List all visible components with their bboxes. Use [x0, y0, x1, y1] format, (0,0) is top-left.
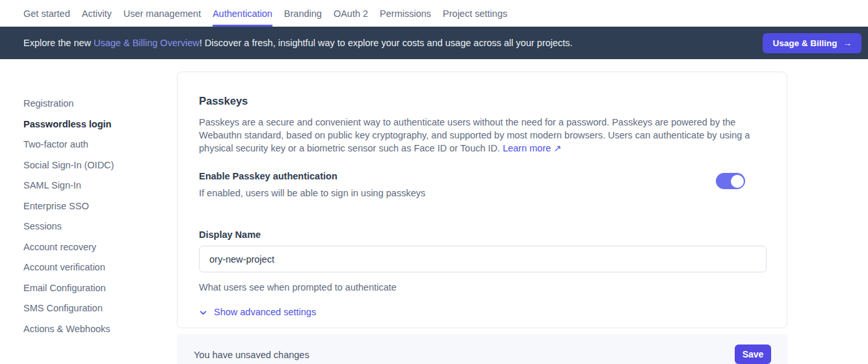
- show-advanced-settings[interactable]: Show advanced settings: [199, 307, 316, 317]
- sidebar-item-sessions[interactable]: Sessions: [23, 222, 160, 231]
- passkey-toggle[interactable]: [716, 173, 745, 189]
- sidebar-item-account-verification[interactable]: Account verification: [23, 263, 160, 272]
- passkeys-title: Passkeys: [199, 95, 765, 107]
- banner-text-after: ! Discover a fresh, insightful way to ex…: [200, 38, 573, 48]
- tab-authentication[interactable]: Authentication: [213, 0, 272, 27]
- enable-passkey-row: Enable Passkey authentication If enabled…: [199, 171, 765, 198]
- enable-passkey-text: Enable Passkey authentication If enabled…: [199, 171, 425, 198]
- sidebar-item-registration[interactable]: Registration: [23, 99, 160, 108]
- sidebar-item-account-recovery[interactable]: Account recovery: [23, 242, 160, 252]
- tab-branding[interactable]: Branding: [284, 0, 322, 27]
- tab-user-management[interactable]: User management: [124, 0, 201, 27]
- external-link-icon: ↗: [553, 143, 561, 153]
- sidebar-item-sms-configuration[interactable]: SMS Configuration: [23, 304, 160, 313]
- sidebar-item-passwordless-login[interactable]: Passwordless login: [23, 120, 160, 129]
- tab-project-settings[interactable]: Project settings: [443, 0, 507, 27]
- settings-sidebar: Registration Passwordless login Two-fact…: [23, 99, 160, 344]
- arrow-right-icon: →: [843, 38, 852, 48]
- save-button[interactable]: Save: [735, 344, 771, 364]
- ory-console-page: Get started Activity User management Aut…: [0, 0, 868, 364]
- display-name-input[interactable]: [199, 246, 767, 272]
- display-name-hint: What users see when prompted to authenti…: [199, 282, 765, 292]
- unsaved-changes-status: You have unsaved changes: [194, 350, 309, 360]
- unsaved-changes-bar: You have unsaved changes Save: [177, 334, 787, 364]
- banner-message: Explore the new Usage & Billing Overview…: [23, 38, 763, 48]
- display-name-field: Display Name What users see when prompte…: [199, 229, 765, 292]
- usage-billing-button[interactable]: Usage & Billing →: [763, 33, 861, 53]
- usage-billing-overview-link[interactable]: Usage & Billing Overview: [94, 38, 200, 48]
- show-advanced-settings-label: Show advanced settings: [214, 307, 316, 317]
- passkeys-description: Passkeys are a secure and convenient way…: [199, 116, 765, 155]
- display-name-label: Display Name: [199, 229, 765, 240]
- usage-billing-button-label: Usage & Billing: [772, 38, 837, 48]
- tab-get-started[interactable]: Get started: [23, 0, 70, 27]
- enable-passkey-description: If enabled, users will be able to sign i…: [199, 188, 425, 198]
- passkeys-description-text: Passkeys are a secure and convenient way…: [199, 117, 750, 153]
- toggle-knob: [731, 175, 744, 188]
- learn-more-link[interactable]: Learn more ↗: [503, 143, 561, 153]
- sidebar-item-actions-webhooks[interactable]: Actions & Webhooks: [23, 324, 160, 333]
- sidebar-item-social-sign-in[interactable]: Social Sign-In (OIDC): [23, 161, 160, 170]
- learn-more-label: Learn more: [503, 143, 551, 153]
- sidebar-item-saml-sign-in[interactable]: SAML Sign-In: [23, 181, 160, 190]
- chevron-down-icon: [199, 309, 207, 317]
- sidebar-item-email-configuration[interactable]: Email Configuration: [23, 283, 160, 292]
- passkeys-card: Passkeys Passkeys are a secure and conve…: [177, 72, 787, 328]
- sidebar-item-enterprise-sso[interactable]: Enterprise SSO: [23, 202, 160, 211]
- banner-text-before: Explore the new: [23, 38, 94, 48]
- tab-oauth2[interactable]: OAuth 2: [334, 0, 368, 27]
- tab-activity[interactable]: Activity: [82, 0, 112, 27]
- usage-billing-banner: Explore the new Usage & Billing Overview…: [0, 27, 868, 59]
- sidebar-item-two-factor-auth[interactable]: Two-factor auth: [23, 140, 160, 149]
- top-navigation: Get started Activity User management Aut…: [0, 0, 868, 27]
- enable-passkey-label: Enable Passkey authentication: [199, 171, 425, 181]
- tab-permissions[interactable]: Permissions: [380, 0, 431, 27]
